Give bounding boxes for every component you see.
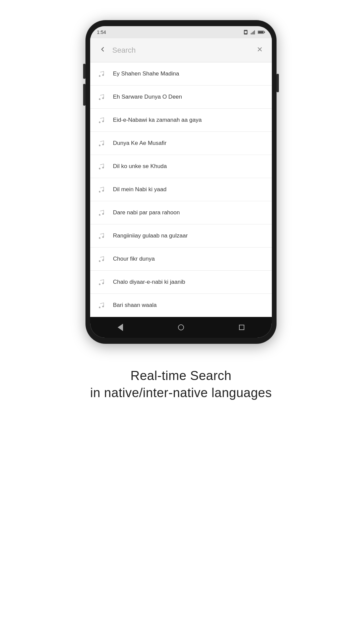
song-title: Bari shaan waala [113, 302, 157, 309]
battery-icon [258, 30, 265, 35]
song-item[interactable]: Eid-e-Nabawi ka zamanah aa gaya [90, 109, 272, 132]
music-note-icon [96, 115, 107, 125]
svg-rect-3 [252, 32, 253, 35]
back-button[interactable] [96, 44, 109, 56]
music-note-icon [96, 138, 107, 149]
music-note-icon [96, 68, 107, 79]
nav-bar [90, 317, 272, 338]
song-item[interactable]: Eh Sarware Dunya O Deen [90, 86, 272, 109]
song-item[interactable]: Dare nabi par para rahoon [90, 201, 272, 224]
song-item[interactable]: Rangiiniiay gulaab na gulzaar [90, 224, 272, 248]
song-title: Dunya Ke Ae Musafir [113, 140, 167, 147]
close-button[interactable] [254, 45, 266, 56]
song-title: Eh Sarware Dunya O Deen [113, 94, 182, 100]
music-note-icon [96, 254, 107, 264]
svg-rect-5 [254, 31, 255, 35]
song-title: Eid-e-Nabawi ka zamanah aa gaya [113, 117, 202, 123]
song-title: Chour fikr dunya [113, 256, 155, 262]
nav-recent-button[interactable] [239, 325, 244, 330]
phone-screen: 1:54 [90, 26, 272, 338]
song-item[interactable]: Dunya Ke Ae Musafir [90, 132, 272, 155]
music-note-icon [96, 184, 107, 195]
song-item[interactable]: Chalo diyaar-e-nabi ki jaanib [90, 271, 272, 294]
song-item[interactable]: Bari shaan waala [90, 294, 272, 317]
vol-down-button [83, 84, 85, 106]
search-header: Search [90, 38, 272, 62]
song-title: Ey Shahen Shahe Madina [113, 70, 179, 77]
svg-rect-4 [253, 31, 254, 34]
music-note-icon [96, 300, 107, 311]
song-item[interactable]: Dil ko unke se Khuda [90, 155, 272, 178]
svg-rect-2 [251, 33, 251, 35]
music-note-icon [96, 92, 107, 102]
song-title: Dil mein Nabi ki yaad [113, 186, 167, 193]
music-note-icon [96, 230, 107, 241]
signal-icon [250, 30, 256, 35]
svg-rect-8 [264, 32, 265, 33]
status-time: 1:54 [97, 30, 106, 35]
svg-rect-1 [245, 31, 247, 34]
song-title: Dare nabi par para rahoon [113, 209, 180, 216]
phone-shell: 1:54 [85, 20, 277, 344]
back-triangle-icon [118, 324, 123, 331]
search-title: Search [109, 46, 254, 55]
music-note-icon [96, 207, 107, 218]
status-bar: 1:54 [90, 26, 272, 38]
vol-up-button [83, 64, 85, 79]
svg-rect-7 [258, 31, 263, 33]
caption-line1: Real-time Search [130, 369, 232, 383]
song-item[interactable]: Chour fikr dunya [90, 248, 272, 271]
home-circle-icon [178, 324, 184, 330]
music-note-icon [96, 161, 107, 172]
caption-area: Real-time Search in native/inter-native … [63, 367, 299, 402]
nav-back-button[interactable] [118, 324, 123, 331]
song-title: Dil ko unke se Khuda [113, 163, 167, 170]
sim-icon [243, 30, 248, 35]
nav-home-button[interactable] [178, 324, 184, 330]
song-item[interactable]: Dil mein Nabi ki yaad [90, 178, 272, 201]
music-note-icon [96, 277, 107, 287]
song-item[interactable]: Ey Shahen Shahe Madina [90, 62, 272, 86]
status-icons [243, 30, 265, 35]
song-title: Chalo diyaar-e-nabi ki jaanib [113, 279, 185, 285]
recent-square-icon [239, 325, 244, 330]
power-button [277, 74, 279, 92]
song-list: Ey Shahen Shahe Madina Eh Sarware Dunya … [90, 62, 272, 317]
caption-line2: in native/inter-native languages [90, 386, 272, 400]
song-title: Rangiiniiay gulaab na gulzaar [113, 232, 188, 239]
caption-text: Real-time Search in native/inter-native … [90, 367, 272, 402]
